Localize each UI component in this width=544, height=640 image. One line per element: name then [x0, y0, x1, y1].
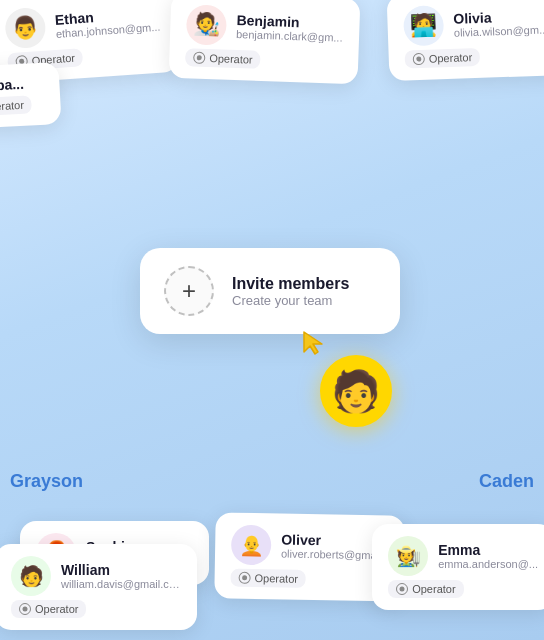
role-badge-oliver: Operator — [230, 569, 306, 588]
avatar-olivia: 🧑‍💻 — [403, 5, 444, 46]
role-badge-robert: Operator — [0, 95, 32, 117]
caden-section-label: Caden — [479, 471, 534, 492]
main-user-avatar: 🧑 — [320, 355, 392, 427]
email-olivia: olivia.wilson@gm... — [453, 23, 544, 38]
role-badge-emma: Operator — [388, 580, 463, 598]
operator-icon-william — [19, 603, 31, 615]
avatar-oliver: 🧑‍🦲 — [231, 525, 272, 566]
role-badge-olivia: Operator — [404, 48, 480, 69]
member-card-benjamin: 🧑‍🎨 Benjamin benjamin.clark@gm... Operat… — [169, 0, 360, 84]
avatar-benjamin: 🧑‍🎨 — [186, 4, 227, 45]
svg-marker-0 — [304, 332, 322, 354]
email-benjamin: benjamin.clark@gm... — [236, 28, 343, 44]
member-card-robert: robertpa... Operator — [0, 62, 62, 130]
avatar-emma: 🧑‍🌾 — [388, 536, 428, 576]
email-william: william.davis@gmail.com — [61, 578, 181, 590]
role-badge-benjamin: Operator — [185, 48, 261, 69]
member-card-olivia: 🧑‍💻 Olivia olivia.wilson@gm... Operator — [386, 0, 544, 81]
role-badge-william: Operator — [11, 600, 86, 618]
invite-subtitle: Create your team — [232, 293, 349, 308]
invite-text: Invite members Create your team — [232, 275, 349, 308]
operator-icon-oliver — [239, 572, 251, 584]
invite-card[interactable]: + Invite members Create your team — [140, 248, 400, 334]
operator-icon-olivia — [412, 53, 424, 65]
member-card-william: 🧑 William william.davis@gmail.com Operat… — [0, 544, 197, 630]
name-robert: robertpa... — [0, 76, 24, 96]
operator-icon-emma — [396, 583, 408, 595]
cursor-arrow-icon — [300, 328, 328, 356]
grayson-section-label: Grayson — [10, 471, 83, 492]
name-william: William — [61, 562, 181, 578]
avatar-william: 🧑 — [11, 556, 51, 596]
name-emma: Emma — [438, 542, 538, 558]
avatar-ethan: 👨 — [4, 7, 47, 50]
operator-icon-benjamin — [193, 52, 205, 64]
email-emma: emma.anderson@... — [438, 558, 538, 570]
plus-button[interactable]: + — [164, 266, 214, 316]
member-card-emma: 🧑‍🌾 Emma emma.anderson@... Operator — [372, 524, 544, 610]
invite-title: Invite members — [232, 275, 349, 293]
